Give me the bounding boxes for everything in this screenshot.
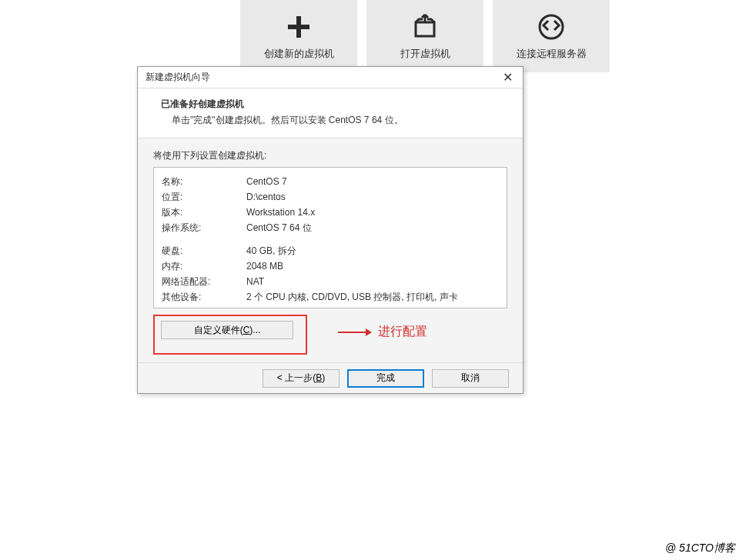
- setting-key: 硬盘:: [162, 243, 246, 258]
- setting-row: 硬盘:40 GB, 拆分: [162, 243, 499, 258]
- arrow-right-icon: [338, 327, 372, 338]
- dialog-title: 新建虚拟机向导: [146, 71, 210, 84]
- setting-row: 网络适配器:NAT: [162, 274, 499, 289]
- setting-key: 版本:: [162, 205, 246, 220]
- setting-value: CentOS 7 64 位: [246, 220, 499, 235]
- setting-key: 其他设备:: [162, 289, 246, 305]
- btn-prefix: < 上一步(: [277, 372, 316, 383]
- setting-key: 网络适配器:: [162, 274, 246, 289]
- card-open-vm[interactable]: 打开虚拟机: [366, 0, 483, 72]
- annotation-text: 进行配置: [378, 324, 427, 340]
- btn-suffix: ): [322, 372, 325, 383]
- setting-row: 版本:Workstation 14.x: [162, 205, 499, 220]
- settings-summary-box: 名称:CentOS 7 位置:D:\centos 版本:Workstation …: [153, 167, 507, 308]
- setting-value: Workstation 14.x: [246, 205, 499, 220]
- watermark: @ 51CTO博客: [665, 542, 735, 555]
- setting-row: 位置:D:\centos: [162, 189, 499, 205]
- dialog-header: 已准备好创建虚拟机 单击"完成"创建虚拟机。然后可以安装 CentOS 7 64…: [138, 88, 523, 138]
- card-new-vm[interactable]: 创建新的虚拟机: [240, 0, 357, 72]
- dialog-titlebar: 新建虚拟机向导 ✕: [138, 67, 523, 88]
- card-label: 连接远程服务器: [517, 47, 587, 61]
- close-icon: ✕: [503, 70, 513, 85]
- back-button[interactable]: < 上一步(B): [263, 369, 340, 388]
- svg-point-0: [540, 15, 563, 38]
- setting-key: 位置:: [162, 189, 246, 205]
- btn-hotkey: B: [316, 372, 322, 383]
- setting-row: 其他设备:2 个 CPU 内核, CD/DVD, USB 控制器, 打印机, 声…: [162, 289, 499, 305]
- setting-value: CentOS 7: [246, 174, 499, 189]
- cancel-button[interactable]: 取消: [432, 369, 509, 388]
- dialog-footer: < 上一步(B) 完成 取消: [138, 362, 523, 393]
- arrow-annotation: 进行配置: [338, 324, 427, 340]
- setting-row: 操作系统:CentOS 7 64 位: [162, 220, 499, 235]
- card-label: 创建新的虚拟机: [264, 47, 334, 61]
- setting-value: 2 个 CPU 内核, CD/DVD, USB 控制器, 打印机, 声卡: [246, 289, 499, 305]
- setting-value: 40 GB, 拆分: [246, 243, 499, 258]
- settings-intro: 将使用下列设置创建虚拟机:: [153, 149, 507, 162]
- highlight-annotation-box: 自定义硬件(C)...: [153, 315, 307, 355]
- setting-key: 内存:: [162, 258, 246, 274]
- btn-prefix: 自定义硬件(: [194, 325, 243, 335]
- remote-arrows-icon: [537, 12, 565, 42]
- setting-key: 名称:: [162, 174, 246, 189]
- close-button[interactable]: ✕: [492, 67, 523, 88]
- setting-row: 内存:2048 MB: [162, 258, 499, 274]
- plus-icon: [285, 12, 313, 42]
- dialog-body: 将使用下列设置创建虚拟机: 名称:CentOS 7 位置:D:\centos 版…: [138, 138, 523, 362]
- setting-value: 2048 MB: [246, 258, 499, 274]
- dialog-subheading: 单击"完成"创建虚拟机。然后可以安装 CentOS 7 64 位。: [161, 114, 509, 127]
- setting-value: NAT: [246, 274, 499, 289]
- finish-button[interactable]: 完成: [347, 369, 424, 388]
- svg-marker-2: [366, 328, 372, 336]
- action-card-row: 创建新的虚拟机 打开虚拟机 连接远程服务器: [240, 0, 610, 72]
- card-label: 打开虚拟机: [400, 47, 450, 61]
- open-box-icon: [411, 12, 439, 42]
- card-connect-remote[interactable]: 连接远程服务器: [493, 0, 610, 72]
- setting-row: 名称:CentOS 7: [162, 174, 499, 189]
- btn-suffix: )...: [249, 325, 260, 335]
- new-vm-wizard-dialog: 新建虚拟机向导 ✕ 已准备好创建虚拟机 单击"完成"创建虚拟机。然后可以安装 C…: [137, 66, 524, 394]
- setting-key: 操作系统:: [162, 220, 246, 235]
- setting-value: D:\centos: [246, 189, 499, 205]
- customize-hardware-button[interactable]: 自定义硬件(C)...: [161, 321, 293, 339]
- dialog-heading: 已准备好创建虚拟机: [161, 98, 509, 111]
